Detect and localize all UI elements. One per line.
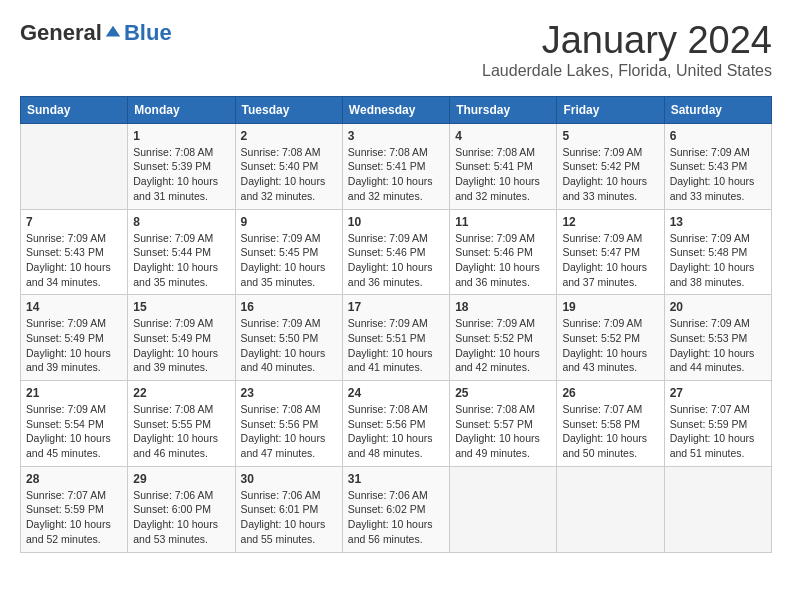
calendar-cell: 8Sunrise: 7:09 AMSunset: 5:44 PMDaylight…: [128, 209, 235, 295]
calendar-cell: 4Sunrise: 7:08 AMSunset: 5:41 PMDaylight…: [450, 123, 557, 209]
day-number: 14: [26, 300, 122, 314]
calendar-cell: 30Sunrise: 7:06 AMSunset: 6:01 PMDayligh…: [235, 466, 342, 552]
day-of-week-header: Wednesday: [342, 96, 449, 123]
calendar-body: 1Sunrise: 7:08 AMSunset: 5:39 PMDaylight…: [21, 123, 772, 552]
day-info: Sunrise: 7:09 AMSunset: 5:48 PMDaylight:…: [670, 231, 766, 290]
day-of-week-header: Friday: [557, 96, 664, 123]
day-of-week-header: Sunday: [21, 96, 128, 123]
calendar-cell: 2Sunrise: 7:08 AMSunset: 5:40 PMDaylight…: [235, 123, 342, 209]
calendar-week-row: 14Sunrise: 7:09 AMSunset: 5:49 PMDayligh…: [21, 295, 772, 381]
calendar-header: SundayMondayTuesdayWednesdayThursdayFrid…: [21, 96, 772, 123]
calendar-cell: 15Sunrise: 7:09 AMSunset: 5:49 PMDayligh…: [128, 295, 235, 381]
day-info: Sunrise: 7:06 AMSunset: 6:00 PMDaylight:…: [133, 488, 229, 547]
day-number: 4: [455, 129, 551, 143]
calendar-cell: 10Sunrise: 7:09 AMSunset: 5:46 PMDayligh…: [342, 209, 449, 295]
day-number: 28: [26, 472, 122, 486]
day-number: 3: [348, 129, 444, 143]
calendar-cell: 5Sunrise: 7:09 AMSunset: 5:42 PMDaylight…: [557, 123, 664, 209]
calendar-cell: 18Sunrise: 7:09 AMSunset: 5:52 PMDayligh…: [450, 295, 557, 381]
calendar-cell: 12Sunrise: 7:09 AMSunset: 5:47 PMDayligh…: [557, 209, 664, 295]
calendar-table: SundayMondayTuesdayWednesdayThursdayFrid…: [20, 96, 772, 553]
day-number: 15: [133, 300, 229, 314]
day-info: Sunrise: 7:09 AMSunset: 5:44 PMDaylight:…: [133, 231, 229, 290]
day-of-week-header: Tuesday: [235, 96, 342, 123]
day-number: 24: [348, 386, 444, 400]
calendar-week-row: 1Sunrise: 7:08 AMSunset: 5:39 PMDaylight…: [21, 123, 772, 209]
day-info: Sunrise: 7:08 AMSunset: 5:55 PMDaylight:…: [133, 402, 229, 461]
day-info: Sunrise: 7:07 AMSunset: 5:58 PMDaylight:…: [562, 402, 658, 461]
day-number: 10: [348, 215, 444, 229]
calendar-week-row: 7Sunrise: 7:09 AMSunset: 5:43 PMDaylight…: [21, 209, 772, 295]
day-info: Sunrise: 7:09 AMSunset: 5:50 PMDaylight:…: [241, 316, 337, 375]
day-info: Sunrise: 7:09 AMSunset: 5:51 PMDaylight:…: [348, 316, 444, 375]
day-number: 11: [455, 215, 551, 229]
day-number: 21: [26, 386, 122, 400]
calendar-cell: 1Sunrise: 7:08 AMSunset: 5:39 PMDaylight…: [128, 123, 235, 209]
calendar-cell: [557, 466, 664, 552]
calendar-cell: 24Sunrise: 7:08 AMSunset: 5:56 PMDayligh…: [342, 381, 449, 467]
day-number: 7: [26, 215, 122, 229]
day-number: 12: [562, 215, 658, 229]
calendar-cell: 14Sunrise: 7:09 AMSunset: 5:49 PMDayligh…: [21, 295, 128, 381]
calendar-cell: 17Sunrise: 7:09 AMSunset: 5:51 PMDayligh…: [342, 295, 449, 381]
day-number: 27: [670, 386, 766, 400]
calendar-cell: 16Sunrise: 7:09 AMSunset: 5:50 PMDayligh…: [235, 295, 342, 381]
day-info: Sunrise: 7:09 AMSunset: 5:52 PMDaylight:…: [455, 316, 551, 375]
day-number: 31: [348, 472, 444, 486]
day-info: Sunrise: 7:09 AMSunset: 5:45 PMDaylight:…: [241, 231, 337, 290]
header-row: SundayMondayTuesdayWednesdayThursdayFrid…: [21, 96, 772, 123]
day-info: Sunrise: 7:09 AMSunset: 5:49 PMDaylight:…: [133, 316, 229, 375]
calendar-cell: [450, 466, 557, 552]
day-number: 16: [241, 300, 337, 314]
calendar-cell: 28Sunrise: 7:07 AMSunset: 5:59 PMDayligh…: [21, 466, 128, 552]
calendar-cell: 6Sunrise: 7:09 AMSunset: 5:43 PMDaylight…: [664, 123, 771, 209]
calendar-cell: 26Sunrise: 7:07 AMSunset: 5:58 PMDayligh…: [557, 381, 664, 467]
day-of-week-header: Saturday: [664, 96, 771, 123]
calendar-cell: [664, 466, 771, 552]
day-number: 8: [133, 215, 229, 229]
title-block: January 2024 Lauderdale Lakes, Florida, …: [482, 20, 772, 80]
calendar-week-row: 28Sunrise: 7:07 AMSunset: 5:59 PMDayligh…: [21, 466, 772, 552]
calendar-cell: 7Sunrise: 7:09 AMSunset: 5:43 PMDaylight…: [21, 209, 128, 295]
day-info: Sunrise: 7:06 AMSunset: 6:01 PMDaylight:…: [241, 488, 337, 547]
svg-marker-0: [106, 26, 120, 37]
day-number: 17: [348, 300, 444, 314]
day-info: Sunrise: 7:09 AMSunset: 5:54 PMDaylight:…: [26, 402, 122, 461]
day-number: 1: [133, 129, 229, 143]
calendar-cell: 29Sunrise: 7:06 AMSunset: 6:00 PMDayligh…: [128, 466, 235, 552]
day-info: Sunrise: 7:07 AMSunset: 5:59 PMDaylight:…: [26, 488, 122, 547]
day-number: 2: [241, 129, 337, 143]
calendar-cell: 3Sunrise: 7:08 AMSunset: 5:41 PMDaylight…: [342, 123, 449, 209]
day-number: 19: [562, 300, 658, 314]
day-number: 30: [241, 472, 337, 486]
logo: General Blue: [20, 20, 172, 46]
day-info: Sunrise: 7:08 AMSunset: 5:56 PMDaylight:…: [241, 402, 337, 461]
day-number: 9: [241, 215, 337, 229]
day-number: 23: [241, 386, 337, 400]
day-info: Sunrise: 7:09 AMSunset: 5:49 PMDaylight:…: [26, 316, 122, 375]
calendar-cell: 21Sunrise: 7:09 AMSunset: 5:54 PMDayligh…: [21, 381, 128, 467]
day-info: Sunrise: 7:08 AMSunset: 5:39 PMDaylight:…: [133, 145, 229, 204]
logo-general-text: General: [20, 20, 102, 46]
day-info: Sunrise: 7:08 AMSunset: 5:41 PMDaylight:…: [348, 145, 444, 204]
day-number: 20: [670, 300, 766, 314]
day-info: Sunrise: 7:09 AMSunset: 5:46 PMDaylight:…: [348, 231, 444, 290]
month-title: January 2024: [482, 20, 772, 62]
calendar-cell: 19Sunrise: 7:09 AMSunset: 5:52 PMDayligh…: [557, 295, 664, 381]
day-info: Sunrise: 7:09 AMSunset: 5:43 PMDaylight:…: [670, 145, 766, 204]
day-of-week-header: Thursday: [450, 96, 557, 123]
day-info: Sunrise: 7:08 AMSunset: 5:40 PMDaylight:…: [241, 145, 337, 204]
calendar-cell: 22Sunrise: 7:08 AMSunset: 5:55 PMDayligh…: [128, 381, 235, 467]
day-info: Sunrise: 7:09 AMSunset: 5:43 PMDaylight:…: [26, 231, 122, 290]
logo-blue-text: Blue: [124, 20, 172, 46]
day-info: Sunrise: 7:09 AMSunset: 5:42 PMDaylight:…: [562, 145, 658, 204]
day-info: Sunrise: 7:08 AMSunset: 5:41 PMDaylight:…: [455, 145, 551, 204]
day-number: 18: [455, 300, 551, 314]
day-info: Sunrise: 7:09 AMSunset: 5:46 PMDaylight:…: [455, 231, 551, 290]
calendar-cell: 27Sunrise: 7:07 AMSunset: 5:59 PMDayligh…: [664, 381, 771, 467]
day-info: Sunrise: 7:09 AMSunset: 5:52 PMDaylight:…: [562, 316, 658, 375]
day-number: 13: [670, 215, 766, 229]
day-info: Sunrise: 7:07 AMSunset: 5:59 PMDaylight:…: [670, 402, 766, 461]
calendar-cell: 11Sunrise: 7:09 AMSunset: 5:46 PMDayligh…: [450, 209, 557, 295]
day-number: 29: [133, 472, 229, 486]
